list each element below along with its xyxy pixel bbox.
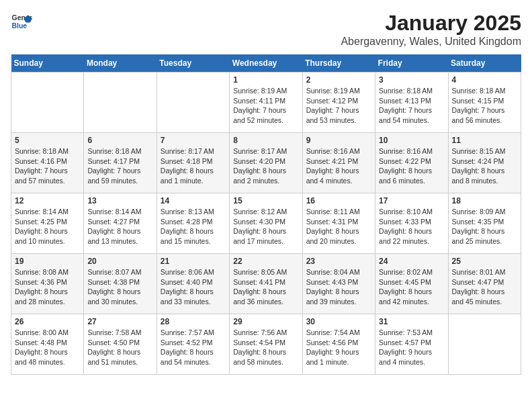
logo: General Blue <box>11 11 32 32</box>
day-info: Sunrise: 8:16 AM Sunset: 4:21 PM Dayligh… <box>306 146 371 186</box>
calendar-cell: 2Sunrise: 8:19 AM Sunset: 4:12 PM Daylig… <box>302 73 375 133</box>
day-info: Sunrise: 7:57 AM Sunset: 4:52 PM Dayligh… <box>161 328 226 367</box>
day-info: Sunrise: 8:10 AM Sunset: 4:33 PM Dayligh… <box>379 207 444 246</box>
calendar-cell: 11Sunrise: 8:15 AM Sunset: 4:24 PM Dayli… <box>448 133 521 193</box>
day-info: Sunrise: 8:19 AM Sunset: 4:11 PM Dayligh… <box>233 86 298 126</box>
day-info: Sunrise: 8:17 AM Sunset: 4:18 PM Dayligh… <box>161 146 226 186</box>
calendar-cell: 4Sunrise: 8:18 AM Sunset: 4:15 PM Daylig… <box>448 73 521 133</box>
calendar-cell: 10Sunrise: 8:16 AM Sunset: 4:22 PM Dayli… <box>375 133 448 193</box>
day-info: Sunrise: 8:12 AM Sunset: 4:30 PM Dayligh… <box>233 207 298 246</box>
day-header-friday: Friday <box>375 54 448 73</box>
calendar-cell <box>448 314 521 375</box>
day-number: 14 <box>161 196 226 205</box>
day-header-wednesday: Wednesday <box>230 54 302 73</box>
calendar-cell: 16Sunrise: 8:11 AM Sunset: 4:31 PM Dayli… <box>302 193 375 254</box>
day-number: 13 <box>87 196 152 205</box>
day-info: Sunrise: 8:07 AM Sunset: 4:38 PM Dayligh… <box>87 267 152 307</box>
day-info: Sunrise: 8:19 AM Sunset: 4:12 PM Dayligh… <box>306 86 371 126</box>
day-number: 28 <box>161 317 226 326</box>
day-number: 8 <box>233 136 298 145</box>
calendar-cell: 28Sunrise: 7:57 AM Sunset: 4:52 PM Dayli… <box>157 314 229 375</box>
day-info: Sunrise: 8:18 AM Sunset: 4:17 PM Dayligh… <box>87 146 152 186</box>
day-info: Sunrise: 7:53 AM Sunset: 4:57 PM Dayligh… <box>379 328 444 367</box>
day-number: 22 <box>233 257 298 266</box>
day-number: 2 <box>306 75 371 85</box>
calendar-cell: 30Sunrise: 7:54 AM Sunset: 4:56 PM Dayli… <box>302 314 375 375</box>
day-info: Sunrise: 8:16 AM Sunset: 4:22 PM Dayligh… <box>379 146 444 186</box>
calendar-cell: 18Sunrise: 8:09 AM Sunset: 4:35 PM Dayli… <box>448 193 521 254</box>
day-info: Sunrise: 8:00 AM Sunset: 4:48 PM Dayligh… <box>15 328 80 367</box>
calendar-cell: 1Sunrise: 8:19 AM Sunset: 4:11 PM Daylig… <box>230 73 302 133</box>
calendar-cell: 27Sunrise: 7:58 AM Sunset: 4:50 PM Dayli… <box>84 314 157 375</box>
svg-text:Blue: Blue <box>12 22 28 30</box>
week-row-5: 26Sunrise: 8:00 AM Sunset: 4:48 PM Dayli… <box>11 314 521 375</box>
day-number: 9 <box>306 136 371 145</box>
day-info: Sunrise: 8:11 AM Sunset: 4:31 PM Dayligh… <box>306 207 371 246</box>
calendar-cell: 3Sunrise: 8:18 AM Sunset: 4:13 PM Daylig… <box>375 73 448 133</box>
calendar-cell <box>11 73 84 133</box>
day-info: Sunrise: 8:14 AM Sunset: 4:25 PM Dayligh… <box>15 207 80 246</box>
day-number: 30 <box>306 317 371 326</box>
day-header-saturday: Saturday <box>448 54 521 73</box>
day-info: Sunrise: 8:15 AM Sunset: 4:24 PM Dayligh… <box>452 146 517 186</box>
day-number: 19 <box>15 257 80 266</box>
day-info: Sunrise: 8:18 AM Sunset: 4:15 PM Dayligh… <box>452 86 517 126</box>
day-number: 25 <box>452 257 517 266</box>
calendar-cell: 25Sunrise: 8:01 AM Sunset: 4:47 PM Dayli… <box>448 254 521 314</box>
calendar-cell: 13Sunrise: 8:14 AM Sunset: 4:27 PM Dayli… <box>84 193 157 254</box>
calendar-body: 1Sunrise: 8:19 AM Sunset: 4:11 PM Daylig… <box>11 73 521 375</box>
day-number: 17 <box>379 196 444 205</box>
calendar-cell <box>157 73 229 133</box>
calendar-cell: 20Sunrise: 8:07 AM Sunset: 4:38 PM Dayli… <box>84 254 157 314</box>
day-header-monday: Monday <box>84 54 157 73</box>
day-info: Sunrise: 8:04 AM Sunset: 4:43 PM Dayligh… <box>306 267 371 307</box>
day-info: Sunrise: 7:58 AM Sunset: 4:50 PM Dayligh… <box>87 328 152 367</box>
day-info: Sunrise: 8:18 AM Sunset: 4:13 PM Dayligh… <box>379 86 444 126</box>
day-number: 31 <box>379 317 444 326</box>
calendar-cell: 24Sunrise: 8:02 AM Sunset: 4:45 PM Dayli… <box>375 254 448 314</box>
day-info: Sunrise: 8:14 AM Sunset: 4:27 PM Dayligh… <box>87 207 152 246</box>
week-row-1: 1Sunrise: 8:19 AM Sunset: 4:11 PM Daylig… <box>11 73 521 133</box>
calendar-cell: 12Sunrise: 8:14 AM Sunset: 4:25 PM Dayli… <box>11 193 84 254</box>
day-number: 18 <box>452 196 517 205</box>
calendar-cell: 29Sunrise: 7:56 AM Sunset: 4:54 PM Dayli… <box>230 314 302 375</box>
page-subtitle: Abergavenny, Wales, United Kingdom <box>341 36 521 48</box>
page-title: January 2025 <box>341 11 521 36</box>
day-info: Sunrise: 8:08 AM Sunset: 4:36 PM Dayligh… <box>15 267 80 307</box>
day-info: Sunrise: 8:05 AM Sunset: 4:41 PM Dayligh… <box>233 267 298 307</box>
day-number: 6 <box>87 136 152 145</box>
calendar-cell: 17Sunrise: 8:10 AM Sunset: 4:33 PM Dayli… <box>375 193 448 254</box>
day-number: 10 <box>379 136 444 145</box>
day-number: 16 <box>306 196 371 205</box>
week-row-2: 5Sunrise: 8:18 AM Sunset: 4:16 PM Daylig… <box>11 133 521 193</box>
day-info: Sunrise: 7:56 AM Sunset: 4:54 PM Dayligh… <box>233 328 298 367</box>
calendar-cell: 8Sunrise: 8:17 AM Sunset: 4:20 PM Daylig… <box>230 133 302 193</box>
calendar-cell: 23Sunrise: 8:04 AM Sunset: 4:43 PM Dayli… <box>302 254 375 314</box>
day-number: 24 <box>379 257 444 266</box>
day-number: 12 <box>15 196 80 205</box>
day-info: Sunrise: 8:17 AM Sunset: 4:20 PM Dayligh… <box>233 146 298 186</box>
day-number: 3 <box>379 75 444 85</box>
calendar-cell: 9Sunrise: 8:16 AM Sunset: 4:21 PM Daylig… <box>302 133 375 193</box>
day-number: 29 <box>233 317 298 326</box>
day-info: Sunrise: 8:09 AM Sunset: 4:35 PM Dayligh… <box>452 207 517 246</box>
calendar-table: SundayMondayTuesdayWednesdayThursdayFrid… <box>11 54 521 375</box>
calendar-cell: 7Sunrise: 8:17 AM Sunset: 4:18 PM Daylig… <box>157 133 229 193</box>
day-number: 27 <box>87 317 152 326</box>
day-number: 20 <box>87 257 152 266</box>
day-header-thursday: Thursday <box>302 54 375 73</box>
calendar-cell: 5Sunrise: 8:18 AM Sunset: 4:16 PM Daylig… <box>11 133 84 193</box>
day-info: Sunrise: 8:02 AM Sunset: 4:45 PM Dayligh… <box>379 267 444 307</box>
day-info: Sunrise: 8:13 AM Sunset: 4:28 PM Dayligh… <box>161 207 226 246</box>
header: General Blue January 2025 Abergavenny, W… <box>11 11 521 48</box>
calendar-cell: 26Sunrise: 8:00 AM Sunset: 4:48 PM Dayli… <box>11 314 84 375</box>
week-row-4: 19Sunrise: 8:08 AM Sunset: 4:36 PM Dayli… <box>11 254 521 314</box>
day-number: 23 <box>306 257 371 266</box>
calendar-cell: 21Sunrise: 8:06 AM Sunset: 4:40 PM Dayli… <box>157 254 229 314</box>
calendar-cell: 14Sunrise: 8:13 AM Sunset: 4:28 PM Dayli… <box>157 193 229 254</box>
day-number: 26 <box>15 317 80 326</box>
day-header-tuesday: Tuesday <box>157 54 229 73</box>
calendar-cell: 6Sunrise: 8:18 AM Sunset: 4:17 PM Daylig… <box>84 133 157 193</box>
title-area: January 2025 Abergavenny, Wales, United … <box>341 11 521 48</box>
day-info: Sunrise: 7:54 AM Sunset: 4:56 PM Dayligh… <box>306 328 371 367</box>
